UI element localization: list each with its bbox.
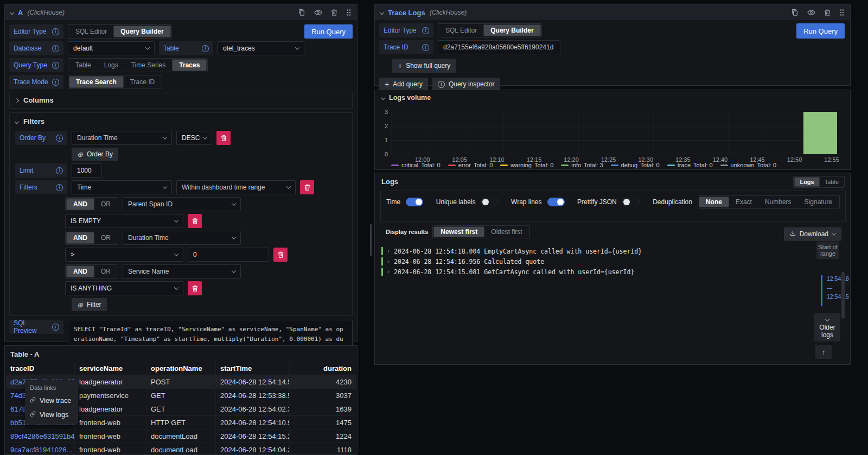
condition-value-input[interactable]: 0 [188,248,269,262]
panel-title[interactable]: A [18,9,23,17]
view-trace-menu-item[interactable]: View trace [25,394,78,408]
add-query-button[interactable]: Add query [379,78,428,91]
collapse-chevron-icon[interactable] [10,10,14,15]
column-header-duration[interactable]: duration [290,362,356,375]
option-oldest-first[interactable]: Oldest first [484,226,528,237]
prettify-json-toggle[interactable] [622,198,640,206]
option-and[interactable]: AND [66,266,94,277]
info-logs-bar[interactable] [803,112,837,154]
log-minimap-range[interactable]: 12:54:18 12:54:15 [821,275,849,306]
condition-field-select[interactable]: Service Name [123,264,241,279]
duplicate-icon[interactable] [791,9,799,16]
filters-section-header[interactable]: Filters [15,117,347,125]
eye-icon[interactable] [314,9,322,16]
duplicate-icon[interactable] [298,9,305,16]
column-header-servicename[interactable]: serviceName [75,362,146,375]
option-none[interactable]: None [699,197,729,207]
remove-filter-button[interactable] [300,180,314,194]
info-icon[interactable] [52,28,59,35]
panel-title[interactable]: Trace Logs [388,9,425,17]
download-button[interactable]: Download [784,228,841,241]
option-signature[interactable]: Signature [798,197,839,207]
option-query-builder[interactable]: Query Builder [113,26,170,37]
option-or[interactable]: OR [94,266,117,277]
info-icon[interactable] [56,184,63,191]
run-query-button[interactable]: Run Query [796,23,845,39]
filter-field-select[interactable]: Time [72,180,172,194]
eye-icon[interactable] [807,9,815,16]
columns-section[interactable]: Columns [9,92,353,109]
remove-order-by-button[interactable] [216,131,231,145]
option-trace-id[interactable]: Trace ID [124,76,162,88]
remove-condition-button[interactable] [188,281,202,295]
remove-condition-button[interactable] [273,248,288,262]
minimap-scrollbar-thumb[interactable] [841,272,845,319]
option-and[interactable]: AND [66,198,94,210]
show-full-query-button[interactable]: Show full query [392,59,456,73]
option-exact[interactable]: Exact [729,197,758,207]
option-time-series[interactable]: Time Series [125,59,173,71]
unique-labels-toggle[interactable] [481,198,499,206]
legend-item-info[interactable]: infoTotal: 3 [561,162,603,168]
view-logs-menu-item[interactable]: View logs [25,408,78,422]
expand-chevron-icon[interactable] [387,269,390,275]
table-select[interactable]: otel_traces [218,41,304,55]
option-or[interactable]: OR [94,232,117,244]
info-icon[interactable] [52,324,59,331]
option-or[interactable]: OR [94,198,117,210]
option-table-view[interactable]: Table [820,177,844,187]
condition-operator-select[interactable]: > [65,248,183,262]
info-icon[interactable] [422,44,429,51]
condition-operator-select[interactable]: IS ANYTHING [65,281,183,295]
order-by-field-select[interactable]: Duration Time [72,131,172,145]
option-and[interactable]: AND [66,232,94,244]
wrap-lines-toggle[interactable] [547,198,565,206]
filter-operator-select[interactable]: Within dashboard time range [176,180,296,194]
expand-chevron-icon[interactable] [387,248,390,254]
trace-id-input[interactable]: d2a7155ef6a928a05680e5ff6190241d [438,40,560,54]
logs-volume-header[interactable]: Logs volume [375,90,850,105]
legend-item-warning[interactable]: warningTotal: 0 [500,162,553,168]
option-traces[interactable]: Traces [172,59,207,71]
option-table[interactable]: Table [69,59,98,71]
log-row[interactable]: 2024-06-28 12:54:16.956Calculated quote [381,256,642,267]
trace-id-link[interactable]: 9ca7acf81941026... [6,443,75,455]
column-header-traceid[interactable]: traceID [6,362,75,375]
legend-item-debug[interactable]: debugTotal: 0 [611,162,660,168]
info-icon[interactable] [56,135,63,142]
query-inspector-button[interactable]: Query inspector [432,78,500,91]
remove-condition-button[interactable] [188,214,202,228]
legend-item-error[interactable]: errorTotal: 0 [448,162,493,168]
run-query-button[interactable]: Run Query [304,24,353,39]
option-trace-search[interactable]: Trace Search [69,76,124,88]
scrollbar-thumb[interactable] [370,224,372,256]
collapse-chevron-icon[interactable] [380,10,384,15]
column-header-starttime[interactable]: startTime [216,362,290,375]
column-header-operationname[interactable]: operationName [146,362,216,375]
option-logs-view[interactable]: Logs [794,177,819,187]
option-numbers[interactable]: Numbers [758,197,798,207]
info-icon[interactable] [56,167,63,174]
older-logs-button[interactable]: Older logs [814,313,840,342]
legend-item-critical[interactable]: criticalTotal: 0 [391,162,441,168]
option-logs[interactable]: Logs [98,59,125,71]
condition-field-select[interactable]: Duration Time [123,231,241,245]
drag-handle-icon[interactable] [839,9,845,16]
trace-id-link[interactable]: 89cf4286e631591b4... [6,429,75,443]
info-icon[interactable] [52,45,59,52]
info-icon[interactable] [52,79,59,86]
option-sql-editor[interactable]: SQL Editor [439,24,483,36]
trash-icon[interactable] [824,9,831,16]
option-newest-first[interactable]: Newest first [433,226,484,237]
legend-item-unknown[interactable]: unknownTotal: 0 [720,162,777,168]
info-icon[interactable] [422,27,429,34]
expand-chevron-icon[interactable] [387,258,390,264]
add-order-by-button[interactable]: Order By [72,148,118,161]
limit-input[interactable]: 1000 [72,163,102,178]
option-sql-editor[interactable]: SQL Editor [69,26,113,37]
log-row[interactable]: 2024-06-28 12:54:15.081GetCartAsync call… [381,267,642,277]
condition-operator-select[interactable]: IS EMPTY [65,214,183,228]
legend-item-trace[interactable]: traceTotal: 0 [667,162,713,168]
logs-volume-plot[interactable] [391,112,839,154]
info-icon[interactable] [202,45,209,52]
